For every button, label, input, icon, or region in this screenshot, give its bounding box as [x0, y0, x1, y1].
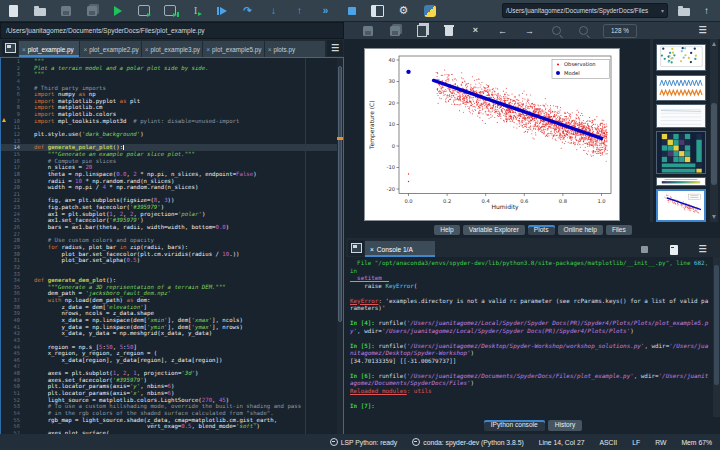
console-options-button[interactable]: ☰ — [695, 242, 710, 257]
svg-text:20: 20 — [388, 100, 395, 106]
save-button[interactable] — [58, 3, 73, 18]
scrollbar-thumb[interactable] — [711, 103, 717, 185]
continue-button[interactable]: » — [318, 3, 333, 18]
close-icon[interactable]: × — [83, 46, 87, 53]
zoom-out-button[interactable] — [576, 23, 591, 38]
editor-tab-plots.py[interactable]: ×plots.py — [265, 41, 325, 57]
step-into-button[interactable]: ↓ — [266, 3, 281, 18]
right-pane-tabbar: HelpVariable ExplorerPlotsOnline helpFil… — [346, 222, 720, 238]
plot-thumbnail-colorbar-strip[interactable] — [656, 177, 706, 186]
browse-tabs-icon — [5, 43, 16, 53]
editor-code[interactable]: """Plot a terrain model and a polar plot… — [25, 58, 337, 435]
editor-tab-plot_example2.py[interactable]: ×plot_example2.py — [80, 41, 140, 57]
plots-toolbar: × ← → 128 % ☰ — [344, 22, 720, 39]
console-tab[interactable]: × Console 1/A — [365, 241, 435, 257]
previous-plot-button[interactable]: ← — [495, 23, 510, 38]
ipython-console-output[interactable]: File "/opt/anaconda3/envs/spyder-dev/lib… — [346, 257, 713, 417]
thumbnails-scrollbar[interactable] — [710, 39, 718, 222]
pane-tab-help[interactable]: Help — [434, 225, 460, 236]
plot-thumbnail-temperature-vs-humidity-model[interactable] — [656, 189, 706, 222]
save-all-plots-icon — [390, 26, 400, 36]
stop-icon — [348, 7, 356, 15]
zoom-in-button[interactable] — [549, 23, 564, 38]
current-plot-figure[interactable]: 0.00.20.40.60.81.0-20-10010203040Humidit… — [364, 48, 620, 221]
debug-icon — [217, 7, 227, 15]
svg-text:Observation: Observation — [564, 61, 596, 67]
run-button[interactable] — [110, 3, 125, 18]
terminal-icon — [670, 245, 678, 255]
close-icon[interactable]: × — [370, 246, 374, 253]
code-editor[interactable]: 1234567891011121314151617181920212223242… — [0, 57, 344, 436]
run-cell-advance-button[interactable] — [162, 3, 177, 18]
editor-tab-plot_example5.py[interactable]: ×plot_example5.py — [203, 41, 263, 57]
tools-button[interactable]: ⚙ — [396, 3, 411, 18]
zoom-level-spinbox[interactable]: 128 % — [603, 24, 637, 38]
plots-options-button[interactable]: ☰ — [695, 23, 710, 38]
python-path-button[interactable] — [422, 3, 437, 18]
save-plot-button[interactable] — [360, 23, 375, 38]
scroll-down-arrow-icon[interactable] — [712, 215, 716, 219]
run-selection-button[interactable]: I — [188, 3, 203, 18]
plot-thumbnail-heatmap[interactable] — [656, 131, 706, 174]
plots-splitter[interactable] — [650, 39, 653, 222]
console-environment-button[interactable] — [666, 242, 681, 257]
scrollbar-thumb[interactable] — [338, 66, 342, 322]
plot-thumbnail-line-series[interactable] — [656, 104, 706, 128]
remove-plot-button[interactable] — [441, 23, 456, 38]
plot-thumbnail-category-scatter[interactable] — [656, 44, 706, 71]
browse-directory-button[interactable] — [676, 3, 691, 18]
parent-directory-button[interactable]: ↑ — [699, 3, 714, 18]
console-tab-label: Console 1/A — [377, 246, 413, 253]
editor-tab-plot_example.py[interactable]: ×plot_example.py — [19, 41, 79, 57]
bottom-tab-history[interactable]: History — [548, 420, 583, 432]
pane-tab-plots[interactable]: Plots — [528, 225, 555, 236]
close-icon[interactable]: × — [145, 46, 149, 53]
browse-console-tabs-button[interactable] — [348, 240, 364, 256]
debug-button[interactable] — [214, 3, 229, 18]
close-icon[interactable]: × — [268, 46, 272, 53]
pane-tab-variable-explorer[interactable]: Variable Explorer — [463, 225, 525, 236]
step-out-button[interactable]: ↑ — [292, 3, 307, 18]
right-arrow-icon: → — [525, 26, 534, 36]
pane-tab-online-help[interactable]: Online help — [558, 225, 603, 236]
console-tabbar: × Console 1/A ☰ — [346, 238, 720, 257]
browse-tabs-button[interactable] — [2, 40, 18, 56]
run-icon — [114, 6, 122, 16]
file-path-bar[interactable]: /Users/juanitagomez/Documents/SpyderDocs… — [0, 22, 344, 39]
spyder-main-window: I ↷ ↓ ↑ » ⚙ /Users/juanitagomez/Document… — [0, 0, 720, 450]
chevron-down-icon: ▾ — [661, 7, 664, 14]
memory-status: Mem 67% — [681, 439, 712, 446]
console-line — [350, 335, 709, 343]
console-scrollbar[interactable] — [713, 257, 720, 417]
maximize-pane-button[interactable] — [370, 3, 385, 18]
scatter-chart: 0.00.20.40.60.81.0-20-10010203040Humidit… — [365, 49, 619, 220]
plot-thumbnail-waveforms[interactable] — [656, 75, 706, 101]
close-icon[interactable]: × — [22, 46, 26, 53]
pane-tab-files[interactable]: Files — [606, 225, 632, 236]
open-file-button[interactable] — [32, 3, 47, 18]
editor-tab-plot_example3.py[interactable]: ×plot_example3.py — [142, 41, 202, 57]
save-all-button[interactable] — [84, 3, 99, 18]
stop-debug-button[interactable] — [344, 3, 359, 18]
interrupt-kernel-button[interactable] — [637, 242, 652, 257]
interpreter-status[interactable]: conda: spyder-dev (Python 3.8.5) — [412, 438, 524, 446]
bottom-tab-ipython-console[interactable]: IPython console — [484, 420, 545, 432]
editor-options-button[interactable]: ☰ — [327, 40, 343, 56]
scroll-up-arrow-icon[interactable] — [712, 42, 716, 46]
open-folder-icon — [34, 8, 46, 16]
browse-folder-icon — [678, 8, 690, 16]
save-all-plots-button[interactable] — [387, 23, 402, 38]
working-directory-combobox[interactable]: /Users/juanitagomez/Documents/SpyderDocs… — [502, 3, 668, 18]
scrollbar-thumb[interactable] — [714, 265, 719, 385]
step-into-icon: ↓ — [271, 6, 276, 16]
editor-tabbar: ×plot_example.py×plot_example2.py×plot_e… — [0, 39, 344, 57]
working-directory-value: /Users/juanitagomez/Documents/SpyderDocs… — [506, 7, 648, 14]
next-plot-button[interactable]: → — [522, 23, 537, 38]
editor-scrollbar[interactable] — [337, 58, 343, 435]
copy-plot-button[interactable] — [414, 23, 429, 38]
close-icon[interactable]: × — [206, 46, 210, 53]
remove-all-plots-button[interactable]: × — [468, 23, 483, 38]
new-file-button[interactable] — [6, 3, 21, 18]
step-over-button[interactable]: ↷ — [240, 3, 255, 18]
run-cell-button[interactable] — [136, 3, 151, 18]
